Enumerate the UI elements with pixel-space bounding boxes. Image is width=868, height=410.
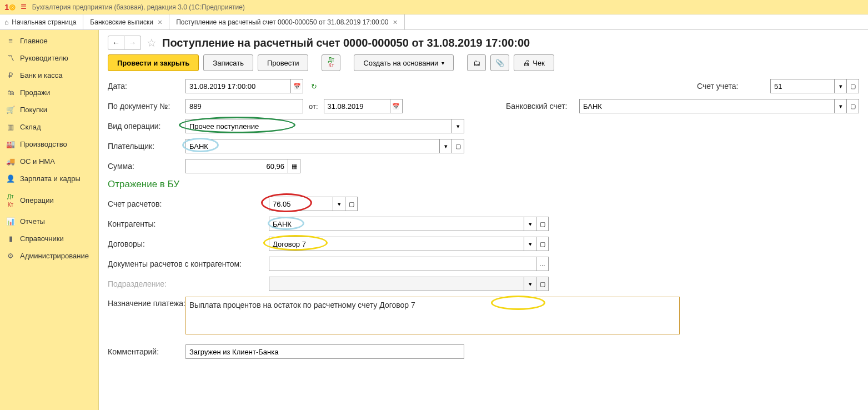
open-icon: ▢ xyxy=(536,277,549,291)
book-icon: ▮ xyxy=(6,234,16,243)
tab-label: Банковские выписки xyxy=(90,18,153,26)
home-icon: ⌂ xyxy=(4,18,8,26)
bank-acc-label: Банковский счет: xyxy=(506,102,579,111)
truck-icon: 🚚 xyxy=(6,157,16,166)
subdiv-label: Подразделение: xyxy=(108,279,269,288)
tab-label: Начальная страница xyxy=(12,18,76,26)
sidebar-item-purchases[interactable]: 🛒Покупки xyxy=(0,101,98,118)
sidebar-item-reports[interactable]: 📊Отчеты xyxy=(0,213,98,230)
contract-input[interactable] xyxy=(269,237,524,251)
settle-acc-input[interactable] xyxy=(269,197,333,211)
open-icon[interactable]: ▢ xyxy=(536,237,549,251)
dropdown-icon[interactable]: ▾ xyxy=(524,217,536,231)
payer-input[interactable] xyxy=(185,139,440,153)
ruble-icon: ₽ xyxy=(6,71,16,79)
from-label: от: xyxy=(309,102,318,111)
attach-button[interactable]: 📎 xyxy=(490,54,509,71)
op-type-input[interactable] xyxy=(185,119,452,133)
dropdown-icon[interactable]: ▾ xyxy=(333,197,345,211)
open-icon[interactable]: ▢ xyxy=(452,139,464,153)
logo-1c: 1⊚ xyxy=(4,2,16,12)
structure-button[interactable]: 🗂 xyxy=(467,54,486,71)
nav-forward-button[interactable]: → xyxy=(124,36,141,50)
bars-icon: 📊 xyxy=(6,217,16,226)
page-title: Поступление на расчетный счет 0000-00005… xyxy=(162,37,530,49)
open-icon[interactable]: ▢ xyxy=(847,99,859,113)
sum-input[interactable] xyxy=(185,159,288,173)
menu-icon[interactable]: ≡ xyxy=(21,1,27,13)
purpose-label: Назначение платежа: xyxy=(108,297,185,308)
calendar-icon[interactable]: 📅 xyxy=(390,99,403,113)
dtkt-button[interactable]: ДтКт xyxy=(322,54,340,71)
payer-label: Плательщик: xyxy=(108,142,185,151)
comment-label: Комментарий: xyxy=(108,347,185,356)
open-icon[interactable]: ▢ xyxy=(847,79,859,93)
tab-home[interactable]: ⌂ Начальная страница xyxy=(0,14,83,29)
sidebar-item-catalogs[interactable]: ▮Справочники xyxy=(0,230,98,247)
post-and-close-button[interactable]: Провести и закрыть xyxy=(108,54,199,71)
dropdown-icon[interactable]: ▾ xyxy=(835,99,847,113)
close-icon[interactable]: × xyxy=(393,18,397,27)
settle-docs-input[interactable] xyxy=(269,257,536,271)
sidebar-item-assets[interactable]: 🚚ОС и НМА xyxy=(0,153,98,170)
settle-docs-label: Документы расчетов с контрагентом: xyxy=(108,259,269,268)
dropdown-icon[interactable]: ▾ xyxy=(524,237,536,251)
sidebar-item-bank[interactable]: ₽Банк и касса xyxy=(0,67,98,84)
app-topbar: 1⊚ ≡ Бухгалтерия предприятия (базовая), … xyxy=(0,0,868,14)
sidebar-item-admin[interactable]: ⚙Администрирование xyxy=(0,247,98,264)
refresh-icon[interactable]: ↻ xyxy=(311,82,317,91)
sidebar-item-operations[interactable]: ДтКтОперации xyxy=(0,187,98,213)
from-date-input[interactable] xyxy=(324,99,390,113)
close-icon[interactable]: × xyxy=(158,18,162,27)
post-button[interactable]: Провести xyxy=(258,54,309,71)
bank-acc-input[interactable] xyxy=(579,99,835,113)
main-content: ← → ☆ Поступление на расчетный счет 0000… xyxy=(99,30,868,410)
comment-input[interactable] xyxy=(185,344,464,359)
purpose-textarea[interactable]: Выплата процентов на остаток по расчетно… xyxy=(185,297,680,334)
create-based-button[interactable]: Создать на основании▾ xyxy=(354,54,454,71)
tab-bank-statements[interactable]: Банковские выписки × xyxy=(83,14,169,29)
sum-label: Сумма: xyxy=(108,162,185,171)
sidebar-item-hr[interactable]: 👤Зарплата и кадры xyxy=(0,170,98,187)
subdiv-input xyxy=(269,277,524,291)
sidebar-item-main[interactable]: ≡Главное xyxy=(0,32,98,49)
dropdown-icon[interactable]: ▾ xyxy=(835,79,847,93)
open-icon[interactable]: ▢ xyxy=(536,217,549,231)
dtkt-icon: ДтКт xyxy=(6,192,16,208)
tab-receipt[interactable]: Поступление на расчетный счет 0000-00005… xyxy=(169,14,404,29)
favorite-icon[interactable]: ☆ xyxy=(147,36,157,49)
ellipsis-icon[interactable]: … xyxy=(536,257,549,271)
sidebar-item-production[interactable]: 🏭Производство xyxy=(0,136,98,153)
docnum-input[interactable] xyxy=(185,99,303,113)
cart-icon: 🛒 xyxy=(6,106,16,114)
sidebar-item-manager[interactable]: 〽Руководителю xyxy=(0,49,98,67)
document-toolbar: Провести и закрыть Записать Провести ДтК… xyxy=(108,54,859,71)
account-label: Счет учета: xyxy=(697,82,770,91)
account-input[interactable] xyxy=(770,79,835,93)
calendar-icon[interactable]: 📅 xyxy=(291,79,303,93)
dropdown-icon[interactable]: ▾ xyxy=(452,119,464,133)
calc-icon[interactable]: ▦ xyxy=(288,159,300,173)
date-input[interactable] xyxy=(185,79,291,93)
dropdown-icon: ▾ xyxy=(524,277,536,291)
tab-bar: ⌂ Начальная страница Банковские выписки … xyxy=(0,14,868,30)
section-title: Отражение в БУ xyxy=(108,179,859,190)
person-icon: 👤 xyxy=(6,174,16,183)
contract-label: Договоры: xyxy=(108,239,269,248)
counterparty-label: Контрагенты: xyxy=(108,219,269,228)
nav-back-button[interactable]: ← xyxy=(108,36,124,50)
sidebar-item-sales[interactable]: 🛍Продажи xyxy=(0,84,98,101)
docnum-label: По документу №: xyxy=(108,102,185,111)
chart-icon: 〽 xyxy=(6,54,16,62)
warehouse-icon: ▥ xyxy=(6,123,16,131)
open-icon[interactable]: ▢ xyxy=(345,197,358,211)
counterparty-input[interactable] xyxy=(269,217,524,231)
check-button[interactable]: 🖨 Чек xyxy=(514,54,554,71)
dropdown-icon[interactable]: ▾ xyxy=(440,139,452,153)
sidebar-item-warehouse[interactable]: ▥Склад xyxy=(0,118,98,136)
app-title: Бухгалтерия предприятия (базовая), редак… xyxy=(32,3,245,11)
settle-acc-label: Счет расчетов: xyxy=(108,199,269,208)
sidebar: ≡Главное 〽Руководителю ₽Банк и касса 🛍Пр… xyxy=(0,30,99,410)
write-button[interactable]: Записать xyxy=(203,54,253,71)
bag-icon: 🛍 xyxy=(6,88,16,97)
